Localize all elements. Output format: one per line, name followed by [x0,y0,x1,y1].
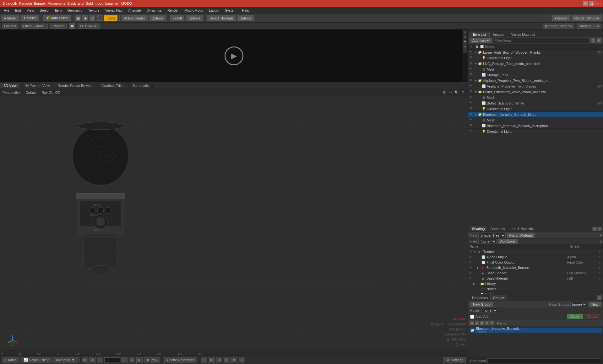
paused-button[interactable]: Paused [50,24,66,29]
menu-help[interactable]: Help [240,8,252,13]
list-item[interactable]: 👁 ▦ Mesh [468,95,603,100]
menu-item[interactable]: Item [52,8,64,13]
list-item[interactable]: 👁 ▼ 📁 Buffet_Sideboard_White_modo_base.l… [468,89,603,95]
list-item[interactable]: 👁 ▦ Mesh [468,67,603,72]
sr-dropdown-1[interactable]: ▼ [599,250,602,253]
props-panel-add[interactable]: + [597,295,602,300]
item-arrow-2[interactable] [478,56,481,60]
shader-row[interactable]: ⬡ Nodes [468,286,603,292]
sr-dropdown-2[interactable]: ▼ [599,256,602,259]
item-vis-9[interactable]: 👁 [470,95,474,100]
menu-animate[interactable]: Animate [126,8,143,13]
item-vis-11[interactable]: 👁 [470,107,474,111]
tab-item-list[interactable]: Item List [470,32,490,37]
close-button[interactable]: ✕ [595,1,600,6]
viewport-expand-button[interactable]: ⊞ [442,90,447,95]
tab-3d-view[interactable]: 3D View [0,83,21,88]
item-arrow-5[interactable] [478,73,481,77]
list-item[interactable]: 👁 ▼ 📁 Airplane_Propeller_Two_Blades_modo… [468,78,603,83]
viewport-search-button[interactable]: 🔍 [454,90,459,95]
shader-row[interactable]: 👁 ▶ ● Bluetooth_Karaoke_Bonaok ... ▼ [468,265,603,270]
menu-texture[interactable]: Texture [86,8,102,13]
select-icon-2[interactable]: ◈ [82,15,88,21]
list-item[interactable]: 👁 ▼ 📁 LNG_Storage_Tank_modo_base.lxo* [468,61,603,67]
item-arrow-10[interactable] [478,101,481,105]
menu-layout[interactable]: Layout [206,8,222,13]
item-vis-7[interactable]: 👁 [470,84,474,88]
shader-row[interactable]: 👁 ◼ Base Material (all) ▼ [468,276,603,281]
transport-btn-2[interactable]: ⏭ [209,357,215,363]
transport-btn-5[interactable]: ⏺ [231,357,237,363]
tab-vertex-map-list[interactable]: Vertex Map List [508,32,539,37]
list-item[interactable]: 👁 ⬜ Buffet_Sideboard_White (2) [468,100,603,106]
list-item[interactable]: 👁 ⬜ Bluetooth_Karaoke_Bonaok_Microphon .… [468,123,603,129]
list-item[interactable]: 👁 ⬜ Storage_Tank [468,72,603,78]
cache-deformers-button[interactable]: Cache Deformers [164,357,197,363]
action-center-button[interactable]: Action Center [121,15,148,21]
falloff-button[interactable]: Falloff [170,15,185,21]
viewport-rotate-button[interactable]: ↺ [448,90,453,95]
frame-input[interactable] [104,357,120,362]
list-item[interactable]: 👁 💡 Directional Light [468,106,603,112]
add-layer-button[interactable]: Add Layer [498,239,518,244]
sr-dropdown-6[interactable]: ▼ [599,277,602,280]
tab-images[interactable]: Images [490,32,508,37]
menu-view[interactable]: View [24,8,37,13]
item-vis-13[interactable]: 👁 [470,118,474,122]
group-item-row[interactable]: 📁 Bluetooth_Karaoke_Bonaok... 3 Items [470,328,602,333]
auto-add-checkbox[interactable] [470,315,474,319]
prev-key-button[interactable]: ◁ [97,357,103,363]
menu-file[interactable]: File [1,8,12,13]
filter-f-button[interactable]: F [597,38,601,43]
gt-btn-settings[interactable]: ⚙ [485,321,489,325]
new-pass-button[interactable]: New [589,302,601,307]
sr-dropdown-5[interactable]: ▼ [599,272,602,275]
menu-vertex-map[interactable]: Vertex Map [103,8,125,13]
sr-dropdown-4[interactable]: ▼ [599,266,602,269]
add-item-button[interactable]: Add Item ▼ [470,38,492,43]
item-arrow-8[interactable]: ▼ [474,90,478,94]
item-arrow-15[interactable] [478,130,481,133]
menu-geometry[interactable]: Geometry [65,8,85,13]
list-item[interactable]: 👁 💡 Directional Light [468,129,603,134]
preview-side-btn-3[interactable]: 🔍 [463,40,467,44]
shader-row[interactable]: 👁 ⬜ Final Color Output Final Color ▼ [468,260,603,265]
item-vis-3[interactable]: 👁 [470,62,474,66]
filter-items-input[interactable] [493,38,590,43]
settings-button[interactable]: ⚙ Settings [443,357,466,363]
item-arrow-7[interactable] [478,84,481,88]
sr-arrow-7[interactable]: ▶ [473,282,477,285]
options-2-button[interactable]: Options [186,15,203,21]
preview-side-btn-1[interactable]: ⚙ [463,30,467,35]
options-3-button[interactable]: Options [237,15,254,21]
list-item[interactable]: 👁 ▼ 📁 Bluetooth_Karaoke_Bonaok_Micro — [468,112,603,117]
shader-row[interactable]: 👁 ◈ Base Shader Full Shading ▼ [468,270,603,276]
menu-system[interactable]: System [222,8,239,13]
mode-sculpt-button[interactable]: ✦ Sculpt [20,15,40,21]
menu-render[interactable]: Render [165,8,181,13]
item-vis-10[interactable]: 👁 [470,101,474,105]
menu-select[interactable]: Select [37,8,52,13]
new-group-button[interactable]: New Group [470,302,493,307]
play-button-bottom[interactable]: ▶ Play [144,357,160,363]
sr-vis-4[interactable]: 👁 [469,266,473,269]
command-input[interactable] [487,358,601,363]
discard-button[interactable]: Discard [584,314,601,319]
gt-btn-help[interactable]: ? [490,321,494,325]
play-button[interactable]: ▶ [225,46,243,65]
tab-groups[interactable]: Groups [490,295,507,300]
item-vis-4[interactable]: 👁 [470,67,474,72]
shader-row[interactable]: 👁 ▼ ◉ Render ▼ [468,249,603,254]
apply-button[interactable]: Apply [567,314,583,319]
transport-btn-6[interactable]: ⊕ [239,357,245,363]
tab-uv-texture[interactable]: UV Texture View [21,83,54,88]
sr-arrow-4[interactable]: ▶ [477,266,481,269]
select-icon-3[interactable]: ⬡ [89,15,95,21]
item-arrow-1[interactable]: ▼ [474,51,478,54]
auto-select-button[interactable]: ⚡ Auto Select [43,15,71,21]
item-arrow-11[interactable] [478,107,481,111]
gt-btn-next[interactable]: ▶ [475,321,479,325]
render-button[interactable]: ● Render [551,15,571,21]
sr-arrow-1[interactable]: ▼ [473,250,477,253]
viewport-settings-button[interactable]: ⚙ [460,90,465,95]
